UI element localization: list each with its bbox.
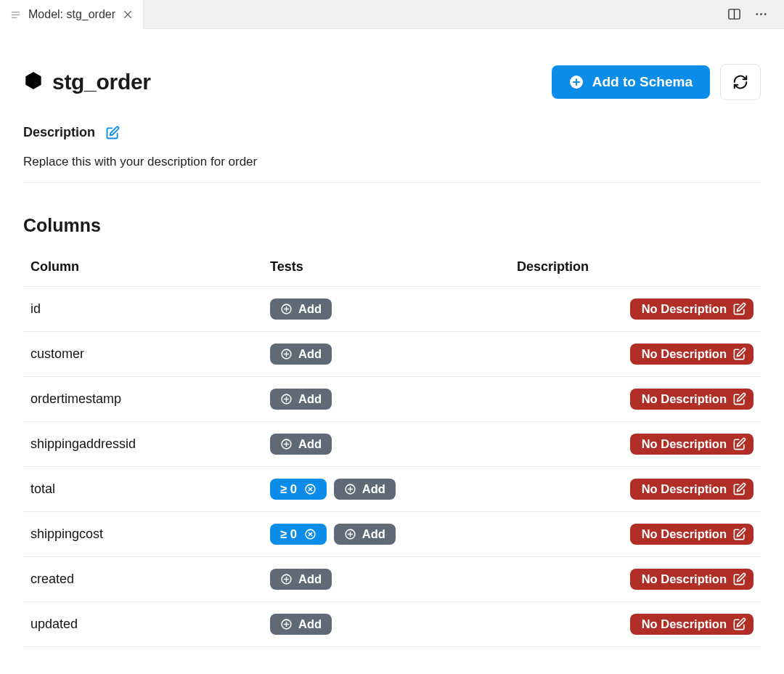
tab-bar: Model: stg_order [0,0,784,29]
edit-icon [732,617,746,631]
no-description-label: No Description [642,392,727,406]
column-name: updated [30,617,270,632]
table-row: shippingcost≥ 0AddNo Description [23,512,761,557]
plus-circle-icon [344,528,356,540]
add-test-label: Add [298,347,322,361]
split-editor-icon[interactable] [727,7,741,21]
no-description-chip[interactable]: No Description [630,524,754,545]
plus-circle-icon [280,303,293,315]
add-test-label: Add [298,302,322,316]
tests-cell: Add [270,344,517,365]
table-header: Column Tests Description [23,248,761,287]
table-row: createdAddNo Description [23,557,761,602]
model-title: stg_order [52,70,151,94]
add-test-label: Add [298,617,322,631]
no-description-label: No Description [642,302,727,316]
add-test-label: Add [298,392,322,406]
refresh-icon [732,74,748,90]
plus-circle-icon [569,75,584,89]
add-test-button[interactable]: Add [270,344,332,365]
tests-cell: Add [270,569,517,590]
tests-cell: ≥ 0Add [270,524,517,545]
add-test-button[interactable]: Add [270,434,332,455]
no-description-chip[interactable]: No Description [630,569,754,590]
plus-circle-icon [280,348,293,360]
columns-heading: Columns [23,215,761,236]
add-test-button[interactable]: Add [270,299,332,320]
description-cell: No Description [517,344,754,365]
add-to-schema-button[interactable]: Add to Schema [552,65,710,99]
remove-test-icon[interactable] [304,528,317,540]
edit-icon [732,572,746,586]
tests-cell: Add [270,299,517,320]
edit-icon [732,302,746,316]
table-row: total≥ 0AddNo Description [23,467,761,512]
tabs-left: Model: stg_order [0,0,144,28]
th-column: Column [30,259,270,275]
plus-circle-icon [280,438,293,450]
edit-icon [732,437,746,451]
no-description-chip[interactable]: No Description [630,299,754,320]
add-test-button[interactable]: Add [334,479,396,500]
description-cell: No Description [517,434,754,455]
th-description: Description [517,259,754,275]
close-icon[interactable] [123,9,133,20]
no-description-chip[interactable]: No Description [630,614,754,635]
edit-icon [732,347,746,361]
svg-point-7 [756,13,758,15]
column-name: created [30,572,270,587]
tests-cell: Add [270,614,517,635]
remove-test-icon[interactable] [304,483,317,495]
tab-title: Model: stg_order [28,8,115,21]
add-test-label: Add [362,527,385,541]
edit-description-icon[interactable] [105,126,120,140]
no-description-label: No Description [642,482,727,496]
add-test-button[interactable]: Add [270,569,332,590]
test-chip-label: ≥ 0 [280,527,297,541]
tabs-right [727,0,784,28]
plus-circle-icon [280,618,293,630]
no-description-chip[interactable]: No Description [630,434,754,455]
no-description-label: No Description [642,617,727,631]
edit-icon [732,527,746,541]
no-description-chip[interactable]: No Description [630,479,754,500]
more-actions-icon[interactable] [754,7,768,21]
edit-icon [732,392,746,406]
add-test-button[interactable]: Add [270,614,332,635]
add-test-button[interactable]: Add [334,524,396,545]
add-test-label: Add [362,482,385,496]
plus-circle-icon [344,483,356,495]
add-to-schema-label: Add to Schema [592,74,693,90]
column-name: shippingcost [30,527,270,542]
table-row: updatedAddNo Description [23,602,761,647]
edit-icon [732,482,746,496]
description-cell: No Description [517,299,754,320]
test-chip-gte-zero[interactable]: ≥ 0 [270,479,327,500]
description-cell: No Description [517,524,754,545]
tab-model-stg-order[interactable]: Model: stg_order [0,0,144,29]
description-text: Replace this with your description for o… [23,155,761,169]
table-row: ordertimestampAddNo Description [23,377,761,422]
svg-point-9 [764,13,767,15]
refresh-button[interactable] [720,64,761,100]
description-cell: No Description [517,569,754,590]
test-chip-gte-zero[interactable]: ≥ 0 [270,524,327,545]
no-description-chip[interactable]: No Description [630,344,754,365]
file-icon [10,9,21,20]
svg-point-8 [760,13,762,15]
tests-cell: Add [270,434,517,455]
no-description-chip[interactable]: No Description [630,389,754,410]
add-test-button[interactable]: Add [270,389,332,410]
title-row: stg_order Add to Schema [23,64,761,100]
no-description-label: No Description [642,572,727,586]
no-description-label: No Description [642,437,727,451]
tests-cell: ≥ 0Add [270,479,517,500]
test-chip-label: ≥ 0 [280,482,297,496]
table-row: shippingaddressidAddNo Description [23,422,761,467]
no-description-label: No Description [642,527,727,541]
package-icon [23,70,44,94]
no-description-label: No Description [642,347,727,361]
description-section: Description Replace this with your descr… [23,125,761,183]
description-heading-row: Description [23,125,761,140]
title-right: Add to Schema [552,64,761,100]
